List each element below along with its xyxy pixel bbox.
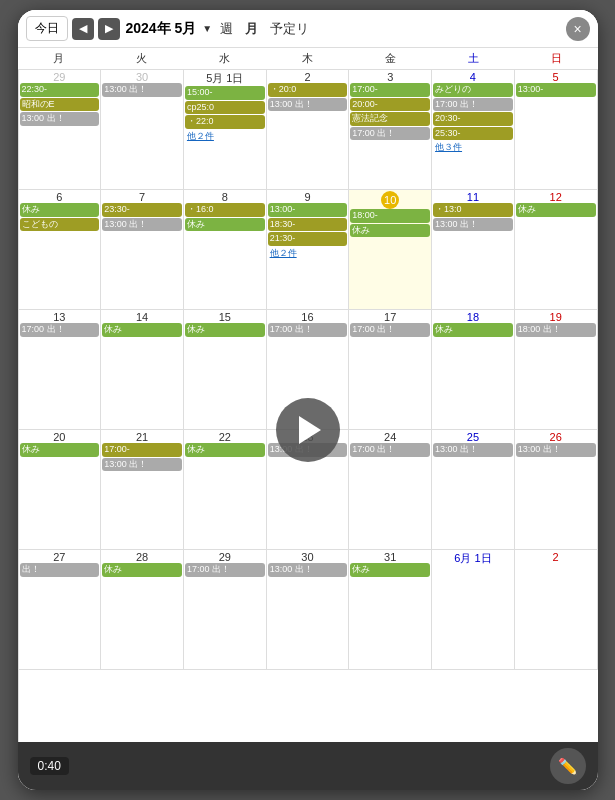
play-button[interactable] xyxy=(276,398,340,462)
event[interactable]: 17:00 出！ xyxy=(20,323,100,337)
cell-may5[interactable]: 5 13:00- xyxy=(515,70,598,190)
day-header-sun: 日 xyxy=(515,48,598,69)
event[interactable]: 休み xyxy=(350,224,430,238)
event[interactable]: 休み xyxy=(433,323,513,337)
cell-may6[interactable]: 6 休み こどもの xyxy=(19,190,102,310)
cell-apr30[interactable]: 30 13:00 出！ xyxy=(101,70,184,190)
cell-may30[interactable]: 30 13:00 出！ xyxy=(267,550,350,670)
event[interactable]: 休み xyxy=(516,203,596,217)
cell-may25[interactable]: 25 13:00 出！ xyxy=(432,430,515,550)
cell-may19[interactable]: 19 18:00 出！ xyxy=(515,310,598,430)
cell-may29[interactable]: 29 17:00 出！ xyxy=(184,550,267,670)
event[interactable]: 13:00 出！ xyxy=(268,98,348,112)
close-button[interactable]: × xyxy=(566,17,590,41)
calendar-grid: 29 22:30- 昭和のE 13:00 出！ 30 13:00 出！ 5月 1… xyxy=(18,70,598,790)
event[interactable]: 休み xyxy=(102,563,182,577)
event[interactable]: ・13:0 xyxy=(433,203,513,217)
cell-may12[interactable]: 12 休み xyxy=(515,190,598,310)
event[interactable]: 出！ xyxy=(20,563,100,577)
event[interactable]: 休み xyxy=(185,323,265,337)
cell-may18[interactable]: 18 休み xyxy=(432,310,515,430)
event[interactable]: 17:00 出！ xyxy=(350,127,430,141)
event[interactable]: 休み xyxy=(20,443,100,457)
event[interactable]: 13:00 出！ xyxy=(516,443,596,457)
cell-may26[interactable]: 26 13:00 出！ xyxy=(515,430,598,550)
event[interactable]: 22:30- xyxy=(20,83,100,97)
prev-button[interactable]: ◀ xyxy=(72,18,94,40)
cell-may10[interactable]: 10 18:00- 休み xyxy=(349,190,432,310)
event[interactable]: 25:30- xyxy=(433,127,513,141)
cell-may14[interactable]: 14 休み xyxy=(101,310,184,430)
list-view-button[interactable]: 予定リ xyxy=(266,18,313,40)
event[interactable]: 休み xyxy=(102,323,182,337)
cell-may2[interactable]: 2 ・20:0 13:00 出！ xyxy=(267,70,350,190)
event[interactable]: ・20:0 xyxy=(268,83,348,97)
event[interactable]: ・16:0 xyxy=(185,203,265,217)
event[interactable]: 17:00- xyxy=(102,443,182,457)
event-link[interactable]: 他２件 xyxy=(268,247,348,260)
today-button[interactable]: 今日 xyxy=(26,16,68,41)
event[interactable]: 21:30- xyxy=(268,232,348,246)
week-view-button[interactable]: 週 xyxy=(216,18,237,40)
event[interactable]: 13:00 出！ xyxy=(433,443,513,457)
cell-may28[interactable]: 28 休み xyxy=(101,550,184,670)
event[interactable]: こどもの xyxy=(20,218,100,232)
event[interactable]: 17:00 出！ xyxy=(350,443,430,457)
cell-jun2[interactable]: 2 xyxy=(515,550,598,670)
cell-may21[interactable]: 21 17:00- 13:00 出！ xyxy=(101,430,184,550)
cell-may7[interactable]: 7 23:30- 13:00 出！ xyxy=(101,190,184,310)
event-link[interactable]: 他３件 xyxy=(433,141,513,154)
event[interactable]: 18:00- xyxy=(350,209,430,223)
month-view-button[interactable]: 月 xyxy=(241,18,262,40)
event[interactable]: 13:00 出！ xyxy=(268,563,348,577)
edit-button[interactable]: ✏️ xyxy=(550,748,586,784)
event[interactable]: 13:00- xyxy=(268,203,348,217)
event[interactable]: 17:00 出！ xyxy=(185,563,265,577)
event[interactable]: 13:00 出！ xyxy=(102,83,182,97)
cell-may8[interactable]: 8 ・16:0 休み xyxy=(184,190,267,310)
cell-apr29[interactable]: 29 22:30- 昭和のE 13:00 出！ xyxy=(19,70,102,190)
cell-may13[interactable]: 13 17:00 出！ xyxy=(19,310,102,430)
event[interactable]: 15:00- xyxy=(185,86,265,100)
event[interactable]: 23:30- xyxy=(102,203,182,217)
event[interactable]: ・22:0 xyxy=(185,115,265,129)
event[interactable]: 13:00 出！ xyxy=(102,218,182,232)
event[interactable]: 休み xyxy=(20,203,100,217)
event[interactable]: 18:00 出！ xyxy=(516,323,596,337)
cell-may31[interactable]: 31 休み xyxy=(349,550,432,670)
cell-may20[interactable]: 20 休み xyxy=(19,430,102,550)
cell-may4[interactable]: 4 みどりの 17:00 出！ 20:30- 25:30- 他３件 xyxy=(432,70,515,190)
cell-may17[interactable]: 17 17:00 出！ xyxy=(349,310,432,430)
video-overlay[interactable] xyxy=(276,398,340,462)
event[interactable]: 17:00 出！ xyxy=(433,98,513,112)
event-link[interactable]: 他２件 xyxy=(185,130,265,143)
event[interactable]: 休み xyxy=(185,218,265,232)
event[interactable]: 13:00 出！ xyxy=(102,458,182,472)
event[interactable]: 13:00 出！ xyxy=(433,218,513,232)
cell-jun1[interactable]: 6月 1日 xyxy=(432,550,515,670)
cell-may9[interactable]: 9 13:00- 18:30- 21:30- 他２件 xyxy=(267,190,350,310)
event[interactable]: 13:00 出！ xyxy=(20,112,100,126)
cell-may22[interactable]: 22 休み xyxy=(184,430,267,550)
next-button[interactable]: ▶ xyxy=(98,18,120,40)
event[interactable]: 20:30- xyxy=(433,112,513,126)
cell-may3[interactable]: 3 17:00- 20:00- 憲法記念 17:00 出！ xyxy=(349,70,432,190)
event[interactable]: 昭和のE xyxy=(20,98,100,112)
event[interactable]: 18:30- xyxy=(268,218,348,232)
event[interactable]: 20:00- xyxy=(350,98,430,112)
cell-may24[interactable]: 24 17:00 出！ xyxy=(349,430,432,550)
cell-may11[interactable]: 11 ・13:0 13:00 出！ xyxy=(432,190,515,310)
event[interactable]: 17:00 出！ xyxy=(268,323,348,337)
dropdown-arrow-icon[interactable]: ▼ xyxy=(202,23,212,34)
event[interactable]: 休み xyxy=(350,563,430,577)
cell-may27[interactable]: 27 出！ xyxy=(19,550,102,670)
cell-may15[interactable]: 15 休み xyxy=(184,310,267,430)
event[interactable]: 17:00 出！ xyxy=(350,323,430,337)
event[interactable]: みどりの xyxy=(433,83,513,97)
event[interactable]: 17:00- xyxy=(350,83,430,97)
event[interactable]: 休み xyxy=(185,443,265,457)
event[interactable]: cp25:0 xyxy=(185,101,265,115)
event[interactable]: 憲法記念 xyxy=(350,112,430,126)
cell-may1[interactable]: 5月 1日 15:00- cp25:0 ・22:0 他２件 xyxy=(184,70,267,190)
event[interactable]: 13:00- xyxy=(516,83,596,97)
